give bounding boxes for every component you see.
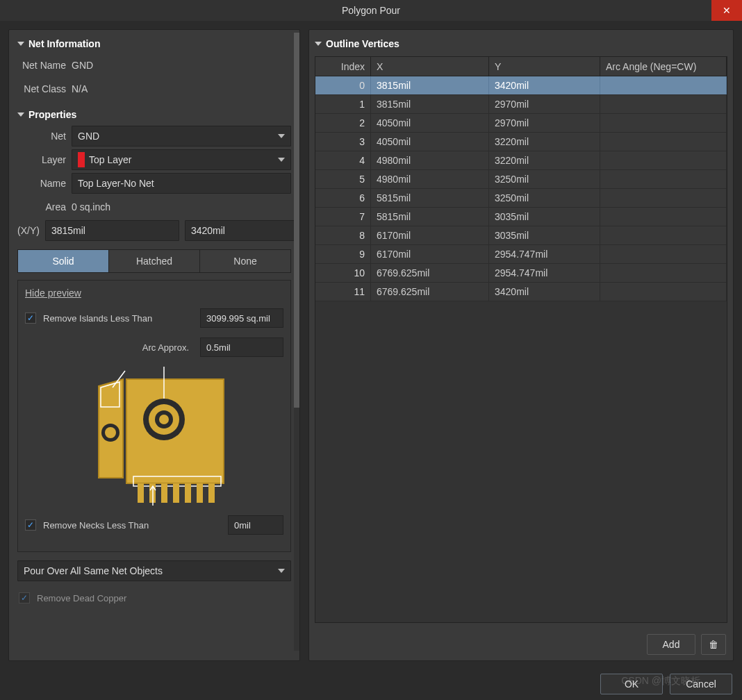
delete-vertex-button[interactable]: 🗑 [701,634,726,655]
cell-y[interactable]: 2954.747mil [489,264,600,282]
net-label: Net [17,131,66,142]
cell-y[interactable]: 2970mil [489,95,600,113]
cell-arc[interactable] [600,245,727,263]
cell-arc[interactable] [600,151,727,169]
cell-x[interactable]: 4980mil [371,170,489,188]
add-vertex-button[interactable]: Add [647,634,695,655]
table-row[interactable]: 13815mil2970mil [315,95,727,114]
table-row[interactable]: 86170mil3035mil [315,226,727,245]
caret-down-icon [315,42,322,46]
table-row[interactable]: 44980mil3220mil [315,151,727,170]
remove-islands-checkbox[interactable] [25,312,36,324]
cell-arc[interactable] [600,133,727,151]
cell-x[interactable]: 4980mil [371,151,489,169]
table-row[interactable]: 24050mil2970mil [315,114,727,133]
titlebar: Polygon Pour ✕ [0,0,742,21]
fill-mode-hatched[interactable]: Hatched [109,250,200,272]
remove-dead-copper-checkbox[interactable] [19,592,30,603]
cell-y[interactable]: 2954.747mil [489,245,600,263]
col-x[interactable]: X [371,57,489,76]
remove-necks-checkbox[interactable] [25,519,36,531]
net-select[interactable]: GND [72,126,291,147]
cell-x[interactable]: 3815mil [371,95,489,113]
y-input[interactable] [185,220,299,241]
cell-y[interactable]: 3035mil [489,226,600,244]
table-row[interactable]: 03815mil3420mil [315,76,727,95]
cell-x[interactable]: 6170mil [371,245,489,263]
cell-x[interactable]: 6769.625mil [371,283,489,301]
svg-rect-14 [185,483,191,503]
cell-y[interactable]: 2970mil [489,114,600,132]
cell-arc[interactable] [600,264,727,282]
name-label: Name [17,178,66,189]
hide-preview-link[interactable]: Hide preview [25,288,283,299]
section-properties[interactable]: Properties [15,105,294,124]
remove-necks-input[interactable] [228,515,283,535]
layer-select[interactable]: Top Layer [72,149,291,170]
arc-approx-label: Arc Approx. [142,342,189,353]
table-row[interactable]: 106769.625mil2954.747mil [315,264,727,283]
col-arc[interactable]: Arc Angle (Neg=CW) [600,57,727,76]
pour-mode-select[interactable]: Pour Over All Same Net Objects [17,560,291,581]
cell-arc[interactable] [600,114,727,132]
netclass-label: Net Class [17,83,66,94]
cell-arc[interactable] [600,283,727,301]
arc-approx-input[interactable] [200,338,283,357]
cell-arc[interactable] [600,170,727,188]
table-row[interactable]: 75815mil3035mil [315,208,727,226]
cell-arc[interactable] [600,95,727,113]
cell-index: 6 [315,189,371,207]
cell-x[interactable]: 6769.625mil [371,264,489,282]
cell-arc[interactable] [600,208,727,226]
section-net-information[interactable]: Net Information [15,34,294,53]
cell-arc[interactable] [600,76,727,94]
col-y[interactable]: Y [489,57,600,76]
left-scrollbar-thumb[interactable] [294,33,299,408]
remove-islands-input[interactable] [200,308,283,328]
cell-x[interactable]: 4050mil [371,114,489,132]
preview-subpanel: Hide preview Remove Islands Less Than Ar… [17,280,291,552]
cell-index: 0 [315,76,371,94]
cell-x[interactable]: 5815mil [371,189,489,207]
fill-mode-none[interactable]: None [200,250,290,272]
cell-y[interactable]: 3250mil [489,189,600,207]
x-input[interactable] [45,220,179,241]
svg-rect-12 [161,483,167,503]
cell-y[interactable]: 3220mil [489,133,600,151]
chevron-down-icon [278,158,285,162]
name-input[interactable] [72,173,291,194]
cell-y[interactable]: 3250mil [489,170,600,188]
cancel-button[interactable]: Cancel [670,674,732,694]
cell-x[interactable]: 4050mil [371,133,489,151]
cell-y[interactable]: 3420mil [489,76,600,94]
fill-mode-segmented: Solid Hatched None [17,249,291,273]
polygon-pour-dialog: Polygon Pour ✕ Net Information Net Name … [0,0,742,700]
table-row[interactable]: 34050mil3220mil [315,133,727,151]
cell-x[interactable]: 3815mil [371,76,489,94]
cell-y[interactable]: 3035mil [489,208,600,226]
xy-label: (X/Y) [17,225,40,236]
svg-rect-16 [208,483,215,503]
layer-select-value: Top Layer [89,154,131,165]
cell-y[interactable]: 3220mil [489,151,600,169]
fill-mode-solid[interactable]: Solid [18,250,109,272]
table-row[interactable]: 116769.625mil3420mil [315,283,727,301]
table-header: Index X Y Arc Angle (Neg=CW) [315,57,727,76]
layer-label: Layer [17,154,66,165]
cell-arc[interactable] [600,226,727,244]
netname-value: GND [72,60,93,71]
table-row[interactable]: 96170mil2954.747mil [315,245,727,264]
cell-arc[interactable] [600,189,727,207]
section-outline-vertices[interactable]: Outline Vertices [309,34,733,53]
cell-x[interactable]: 6170mil [371,226,489,244]
cell-x[interactable]: 5815mil [371,208,489,226]
close-button[interactable]: ✕ [711,0,742,21]
netname-label: Net Name [17,60,66,71]
ok-button[interactable]: OK [600,674,663,694]
col-index[interactable]: Index [315,57,371,76]
table-row[interactable]: 65815mil3250mil [315,189,727,208]
table-row[interactable]: 54980mil3250mil [315,170,727,189]
svg-rect-10 [138,483,144,503]
chevron-down-icon [278,569,285,573]
cell-y[interactable]: 3420mil [489,283,600,301]
